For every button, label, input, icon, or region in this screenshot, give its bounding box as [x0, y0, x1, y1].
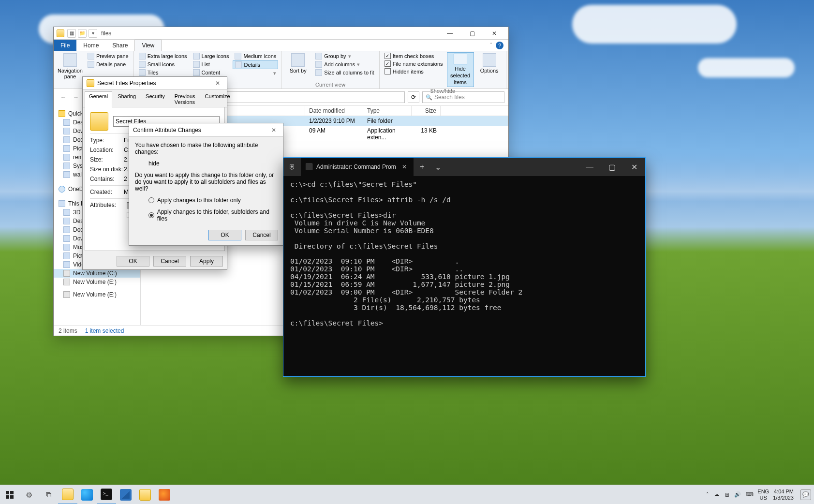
navigation-pane-label: Navigation pane — [58, 68, 83, 79]
language-indicator[interactable]: ENG US — [757, 489, 769, 500]
qat-dropdown-icon[interactable]: ▾ — [89, 29, 97, 38]
terminal-tab-title: Administrator: Command Prom — [316, 163, 396, 170]
ok-button[interactable]: OK — [117, 256, 149, 267]
terminal-output[interactable]: c:\>cd c:\files\"Secret Files" c:\files\… — [283, 176, 645, 376]
small-icons[interactable]: Small icons — [137, 60, 189, 68]
ribbon-collapse-icon[interactable]: ˆ — [490, 43, 492, 48]
preview-pane-button[interactable]: Preview pane — [86, 52, 131, 60]
close-icon[interactable]: ✕ — [212, 80, 223, 87]
qat-properties-icon[interactable]: ▦ — [67, 29, 76, 38]
nav-drive-e2[interactable]: New Volume (E:) — [54, 290, 140, 299]
add-columns-button[interactable]: Add columns▾ — [313, 60, 376, 68]
close-icon[interactable]: ✕ — [268, 127, 279, 133]
extra-large-icons[interactable]: Extra large icons — [137, 52, 189, 60]
tray-overflow-icon[interactable]: ˄ — [706, 491, 709, 498]
apply-button[interactable]: Apply — [190, 256, 223, 267]
maximize-button[interactable]: ▢ — [461, 27, 483, 40]
tab-customize[interactable]: Customize — [201, 91, 235, 107]
refresh-button[interactable]: ⟳ — [408, 91, 419, 103]
col-type[interactable]: Type — [363, 106, 412, 116]
apply-subfolders-option[interactable]: Apply changes to this folder, subfolders… — [135, 208, 277, 222]
properties-titlebar[interactable]: Secret Files Properties ✕ — [83, 77, 227, 89]
taskbar-settings[interactable]: ⚙ — [19, 485, 39, 504]
large-icons[interactable]: Large icons — [191, 52, 231, 60]
taskbar-explorer-pinned[interactable] — [135, 485, 155, 504]
sort-by-button[interactable]: Sort by — [284, 52, 311, 76]
content[interactable]: Content — [191, 69, 231, 76]
properties-tabs: General Sharing Security Previous Versio… — [83, 89, 227, 107]
current-view-group-label: Current view — [284, 81, 376, 89]
file-name-extensions[interactable]: File name extensions — [383, 60, 445, 67]
new-tab-button[interactable]: + — [414, 158, 431, 176]
hidden-items[interactable]: Hidden items — [383, 68, 445, 75]
confirm-title-text: Confirm Attribute Changes — [133, 127, 201, 133]
taskbar-explorer[interactable] — [58, 485, 77, 504]
tab-view[interactable]: View — [134, 40, 162, 51]
volume-tray-icon[interactable]: 🔊 — [734, 491, 741, 498]
tab-security[interactable]: Security — [141, 91, 169, 107]
list[interactable]: List — [191, 60, 231, 68]
tiles[interactable]: Tiles — [137, 69, 189, 76]
minimize-button[interactable]: — — [578, 158, 601, 176]
keyboard-tray-icon[interactable]: ⌨ — [746, 491, 754, 498]
minimize-button[interactable]: — — [439, 27, 461, 40]
nav-drive-e1[interactable]: New Volume (E:) — [54, 278, 140, 286]
apply-folder-only-option[interactable]: Apply changes to this folder only — [135, 197, 277, 204]
cancel-button[interactable]: Cancel — [153, 256, 186, 267]
close-button[interactable]: ✕ — [483, 27, 505, 40]
layout-more[interactable]: ▾ — [233, 70, 278, 77]
help-icon[interactable]: ? — [496, 42, 503, 49]
qat-newfolder-icon[interactable]: 📁 — [78, 29, 87, 38]
taskbar-terminal[interactable] — [97, 485, 116, 504]
back-button[interactable]: ← — [58, 91, 69, 103]
type-label: Type: — [90, 137, 124, 144]
size-on-disk-label: Size on disk: — [90, 166, 124, 173]
medium-icons[interactable]: Medium icons — [233, 52, 278, 60]
cancel-button[interactable]: Cancel — [245, 230, 278, 240]
tab-close-icon[interactable]: ✕ — [400, 163, 409, 170]
tab-share[interactable]: Share — [105, 40, 134, 51]
start-button[interactable] — [0, 485, 19, 504]
svg-rect-1 — [10, 491, 14, 494]
details-layout[interactable]: Details — [233, 60, 278, 69]
terminal-tab[interactable]: Administrator: Command Prom ✕ — [301, 158, 414, 176]
tab-sharing[interactable]: Sharing — [113, 91, 140, 107]
taskbar-edge[interactable] — [77, 485, 97, 504]
size-all-columns-button[interactable]: Size all columns to fit — [313, 69, 376, 76]
nav-drive-c[interactable]: New Volume (C:) — [54, 269, 140, 278]
details-pane-button[interactable]: Details pane — [86, 60, 131, 68]
onedrive-tray-icon[interactable]: ☁ — [714, 491, 719, 498]
task-view-button[interactable]: ⧉ — [39, 485, 58, 504]
properties-title: Secret Files Properties — [97, 80, 156, 87]
tab-menu-button[interactable]: ⌄ — [431, 158, 445, 176]
item-check-boxes[interactable]: Item check boxes — [383, 52, 445, 59]
tab-previous-versions[interactable]: Previous Versions — [170, 91, 200, 107]
network-tray-icon[interactable]: 🖥 — [724, 492, 729, 498]
tab-file[interactable]: File — [54, 40, 76, 51]
created-label: Created: — [90, 189, 124, 195]
col-size[interactable]: Size — [412, 106, 441, 116]
group-by-button[interactable]: Group by▾ — [313, 52, 376, 60]
clock[interactable]: 4:04 PM 1/3/2023 — [773, 489, 797, 500]
close-button[interactable]: ✕ — [623, 158, 645, 176]
shield-icon: ⛨ — [283, 158, 301, 176]
options-button[interactable]: Options — [476, 52, 503, 87]
system-tray[interactable]: ˄ ☁ 🖥 🔊 ⌨ — [706, 491, 754, 498]
taskbar-firefox[interactable] — [155, 485, 174, 504]
taskbar: ⚙ ⧉ ˄ ☁ 🖥 🔊 ⌨ ENG US 4:04 PM 1/3/2023 💬 — [0, 485, 814, 504]
forward-button[interactable]: → — [70, 91, 82, 103]
tab-general[interactable]: General — [85, 91, 112, 107]
col-date[interactable]: Date modified — [305, 106, 363, 116]
explorer-titlebar[interactable]: ▦ 📁 ▾ files — ▢ ✕ — [54, 27, 508, 40]
maximize-button[interactable]: ▢ — [601, 158, 623, 176]
radio-icon — [148, 212, 154, 218]
navigation-pane-button[interactable]: Navigation pane — [57, 52, 84, 80]
search-input[interactable]: Search files — [422, 91, 504, 103]
tab-home[interactable]: Home — [76, 40, 105, 51]
action-center-button[interactable]: 💬 — [800, 489, 811, 500]
taskbar-vscode[interactable] — [116, 485, 135, 504]
hide-selected-items-button[interactable]: Hide selected items — [447, 52, 474, 87]
ribbon-tabs: File Home Share View ˆ ? — [54, 40, 508, 51]
confirm-titlebar[interactable]: Confirm Attribute Changes ✕ — [129, 123, 283, 137]
ok-button[interactable]: OK — [208, 230, 241, 240]
